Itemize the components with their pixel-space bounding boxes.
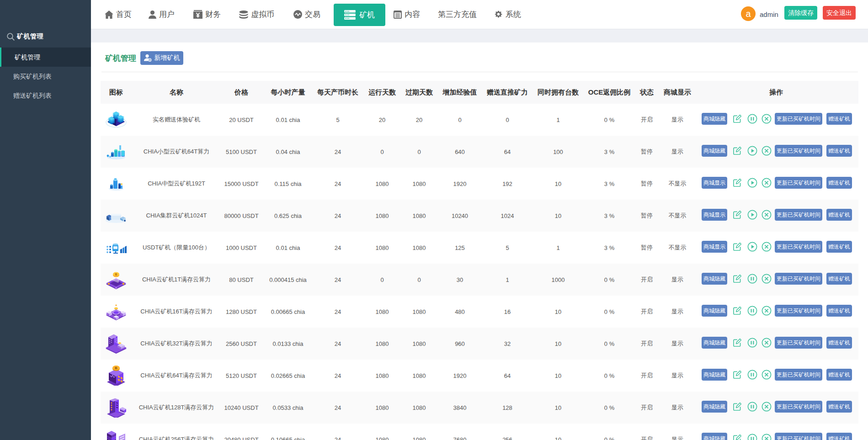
svg-text:B: B: [115, 273, 117, 276]
svg-text:B: B: [115, 366, 117, 370]
